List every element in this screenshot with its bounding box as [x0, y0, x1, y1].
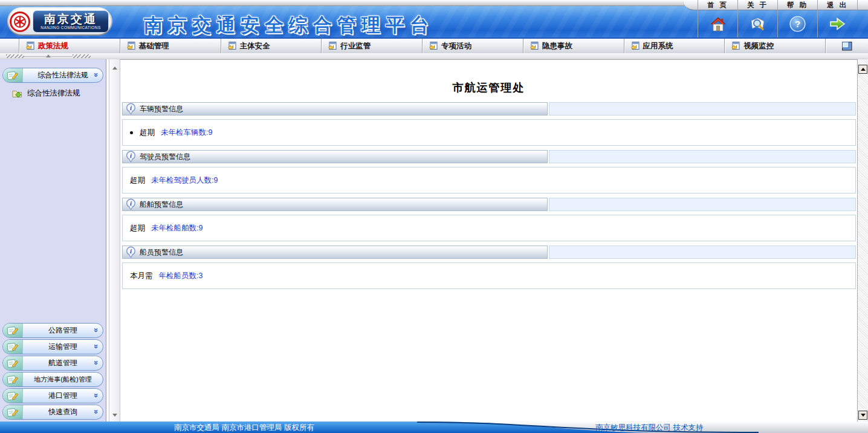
nav-tab-1[interactable]: 政策法规 [19, 39, 120, 53]
sidebar-group-6[interactable]: 快速查询 » [2, 405, 103, 420]
collapse-arrow-icon [46, 54, 51, 57]
content-panel: 市航运管理处 i 车辆预警信息 超期 未年检车辆数:9 [120, 59, 858, 422]
section-header-right [549, 198, 856, 211]
sidebar-item-comprehensive-laws[interactable]: 综合性法律法规 [12, 88, 106, 99]
logo-subtitle: NANJING COMMUNICATIONS [40, 25, 100, 30]
notepad-pencil-icon [7, 374, 19, 385]
platform-title: 南京交通安全综合管理平台 [144, 13, 434, 38]
document-tab-icon [530, 42, 539, 50]
splitter-hatch-left [6, 54, 24, 58]
section-header: i 车辆预警信息 [122, 102, 856, 116]
notepad-pencil-icon [7, 391, 19, 402]
about-icon [750, 16, 766, 32]
sidebar-group-label: 地方海事(船检)管理 [23, 375, 103, 384]
svg-text:?: ? [795, 19, 800, 29]
warning-count-link[interactable]: 年检船员数:3 [159, 271, 203, 281]
warning-row: 超期 未年检车辆数:9 [122, 119, 856, 146]
content-left-scrollbar[interactable] [109, 59, 120, 422]
main-vertical-scrollbar[interactable] [858, 59, 868, 422]
chevron-down-icon: » [92, 328, 101, 332]
quick-menu-help[interactable]: 帮 助 ? [777, 0, 817, 37]
main-nav: 政策法规 基础管理 主体安全 行业监管 专项活动 [0, 37, 868, 53]
nav-tab-7[interactable]: 应用系统 [624, 39, 725, 53]
scrollbar-up-button[interactable] [858, 65, 867, 74]
sidebar-group-label: 公路管理 [23, 325, 103, 336]
info-balloon-icon: i [126, 151, 136, 163]
sidebar-item-label: 综合性法律法规 [27, 88, 80, 99]
warning-section-1: i 车辆预警信息 超期 未年检车辆数:9 [122, 102, 856, 146]
quick-menu-exit-label[interactable]: 退 出 [818, 0, 857, 10]
sidebar-group-4[interactable]: 地方海事(船检)管理 » [2, 372, 103, 387]
sidebar-group-3[interactable]: 航道管理 » [2, 356, 103, 371]
sidebar-group-label: 运输管理 [23, 342, 103, 352]
section-header: i 船舶预警信息 [122, 198, 856, 211]
quick-menu-end [857, 0, 868, 10]
warning-count-link[interactable]: 未年检驾驶员人数:9 [151, 175, 218, 186]
logo: 南京交通 NANJING COMMUNICATIONS [7, 7, 112, 36]
sidebar: 综合性法律法规 » 综合性法律法规 公路管理 » [0, 59, 106, 422]
nav-tab-label: 视频监控 [743, 41, 774, 51]
page-title: 市航运管理处 [120, 80, 857, 95]
info-balloon-icon: i [126, 103, 136, 115]
quick-menu-curve [683, 0, 698, 10]
nav-tab-4[interactable]: 行业监管 [322, 39, 423, 53]
notepad-pencil-icon [7, 325, 19, 336]
window-layout-icon [842, 42, 852, 51]
document-tab-icon [25, 42, 34, 50]
nav-tab-5[interactable]: 专项活动 [423, 39, 523, 53]
nav-tab-2[interactable]: 基础管理 [120, 39, 221, 53]
quick-menu-help-label[interactable]: 帮 助 [778, 0, 817, 10]
info-balloon-icon: i [126, 198, 136, 210]
main-area: 综合性法律法规 » 综合性法律法规 公路管理 » [0, 59, 868, 422]
section-title: 驾驶员预警信息 [140, 152, 190, 162]
nav-tab-6[interactable]: 隐患事故 [523, 39, 624, 53]
splitter-hatch-right [73, 54, 91, 58]
quick-menu-about-label[interactable]: 关 于 [738, 0, 777, 10]
sidebar-bottom-groups: 公路管理 » 运输管理 » 航道管理 » [0, 323, 106, 420]
warning-prefix: 超期 [140, 128, 155, 138]
info-balloon-icon: i [126, 246, 136, 258]
nanjing-communications-emblem-icon [8, 10, 31, 33]
nav-tab-label: 应用系统 [643, 41, 673, 51]
document-tab-icon [328, 42, 337, 50]
warning-count-link[interactable]: 未年检船舶数:9 [151, 223, 202, 233]
nav-tab-3[interactable]: 主体安全 [221, 39, 322, 53]
sidebar-group-label: 港口管理 [23, 391, 103, 401]
sidebar-group-label: 航道管理 [23, 358, 103, 368]
warning-row: 本月需 年检船员数:3 [122, 262, 856, 289]
footer-bar: 南京市交通局 南京市港口管理局 版权所有 南京敏思科技有限公司 技术支持 [0, 422, 868, 433]
nav-window-cell[interactable] [826, 39, 868, 53]
logo-title: 南京交通 [44, 13, 97, 25]
scroll-up-icon[interactable] [112, 67, 117, 70]
nav-spacer [0, 39, 19, 53]
help-icon: ? [789, 16, 806, 32]
section-header-right [549, 150, 856, 163]
document-tab-icon [731, 42, 740, 50]
document-tab-icon [126, 42, 135, 50]
nav-tab-label: 隐患事故 [542, 41, 572, 51]
scroll-down-icon[interactable] [112, 414, 117, 417]
quick-menu-exit[interactable]: 退 出 [817, 0, 857, 37]
folder-item-icon [12, 90, 22, 98]
sidebar-group-label: 综合性法律法规 [23, 70, 103, 80]
scroll-up-icon [861, 68, 866, 71]
sidebar-group-1[interactable]: 公路管理 » [2, 323, 103, 338]
footer-swoosh [0, 422, 868, 433]
sidebar-group-comprehensive-laws[interactable]: 综合性法律法规 » [2, 68, 103, 83]
sidebar-group-5[interactable]: 港口管理 » [2, 388, 103, 403]
quick-menu-about[interactable]: 关 于 [737, 0, 777, 37]
section-title: 船舶预警信息 [140, 200, 183, 210]
warning-prefix: 超期 [130, 175, 145, 186]
sidebar-group-2[interactable]: 运输管理 » [2, 339, 103, 354]
warning-section-2: i 驾驶员预警信息 超期 未年检驾驶员人数:9 [122, 150, 856, 194]
nav-tab-8[interactable]: 视频监控 [725, 39, 826, 53]
scroll-down-icon [861, 414, 866, 417]
quick-menu-home-label[interactable]: 首 页 [698, 0, 737, 10]
quick-menu-home[interactable]: 首 页 [698, 0, 737, 37]
nav-tab-label: 行业监管 [340, 41, 371, 51]
bullet-icon [130, 131, 133, 134]
document-tab-icon [227, 42, 236, 50]
sidebar-collapse-handle[interactable] [6, 54, 91, 59]
scrollbar-down-button[interactable] [858, 411, 867, 420]
warning-count-link[interactable]: 未年检车辆数:9 [161, 128, 212, 138]
